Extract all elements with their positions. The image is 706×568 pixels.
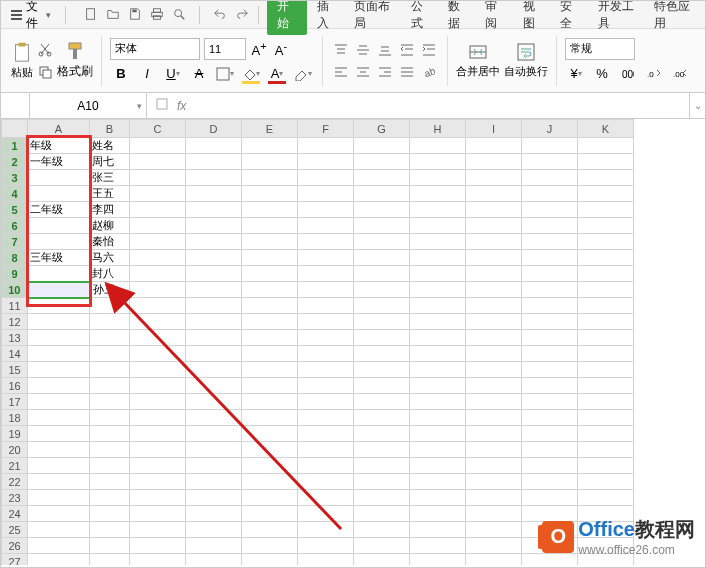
cell[interactable] — [466, 346, 522, 362]
cell[interactable]: 封八 — [90, 266, 130, 282]
cell[interactable] — [578, 458, 634, 474]
cell[interactable] — [130, 138, 186, 154]
underline-button[interactable]: U▾ — [162, 64, 184, 84]
row-header[interactable]: 17 — [2, 394, 28, 410]
fx-icon[interactable] — [155, 97, 169, 114]
cell[interactable] — [466, 250, 522, 266]
column-header[interactable]: E — [242, 120, 298, 138]
cell[interactable] — [90, 474, 130, 490]
font-size-select[interactable] — [204, 38, 246, 60]
name-box[interactable]: ▾ — [29, 93, 147, 118]
expand-formula-icon[interactable]: ⌄ — [689, 93, 705, 118]
cell[interactable] — [410, 250, 466, 266]
cell[interactable] — [354, 314, 410, 330]
cell[interactable] — [410, 362, 466, 378]
row-header[interactable]: 5 — [2, 202, 28, 218]
indent-dec-button[interactable] — [397, 41, 417, 59]
cell[interactable] — [466, 218, 522, 234]
cell[interactable] — [466, 554, 522, 566]
cell[interactable] — [186, 442, 242, 458]
cell[interactable] — [90, 490, 130, 506]
column-header[interactable]: G — [354, 120, 410, 138]
cell[interactable] — [522, 442, 578, 458]
row-header[interactable]: 10 — [2, 282, 28, 298]
cell[interactable] — [90, 346, 130, 362]
cell[interactable] — [28, 506, 90, 522]
row-header[interactable]: 9 — [2, 266, 28, 282]
row-header[interactable]: 23 — [2, 490, 28, 506]
name-box-input[interactable] — [38, 99, 138, 113]
cell[interactable] — [28, 394, 90, 410]
cell[interactable] — [242, 346, 298, 362]
row-header[interactable]: 8 — [2, 250, 28, 266]
cell[interactable] — [410, 282, 466, 298]
cell[interactable] — [242, 202, 298, 218]
cell[interactable] — [578, 394, 634, 410]
italic-button[interactable]: I — [136, 64, 158, 84]
cell[interactable] — [242, 426, 298, 442]
cell[interactable] — [242, 362, 298, 378]
cell[interactable] — [90, 298, 130, 314]
cell[interactable] — [298, 282, 354, 298]
cell[interactable] — [242, 250, 298, 266]
cell[interactable] — [466, 458, 522, 474]
cell[interactable] — [410, 314, 466, 330]
cell[interactable] — [186, 394, 242, 410]
cell[interactable] — [466, 170, 522, 186]
cell[interactable] — [298, 138, 354, 154]
cell[interactable] — [354, 522, 410, 538]
cell[interactable] — [130, 458, 186, 474]
cell[interactable] — [90, 538, 130, 554]
cell[interactable] — [410, 234, 466, 250]
cell[interactable] — [466, 314, 522, 330]
cell[interactable] — [186, 538, 242, 554]
cell[interactable] — [242, 218, 298, 234]
cell[interactable] — [130, 426, 186, 442]
cell[interactable] — [186, 362, 242, 378]
cell[interactable] — [186, 186, 242, 202]
formula-input[interactable] — [194, 98, 681, 113]
cell[interactable] — [522, 282, 578, 298]
cell[interactable] — [186, 458, 242, 474]
cell[interactable] — [522, 218, 578, 234]
cell[interactable] — [354, 378, 410, 394]
column-header[interactable]: B — [90, 120, 130, 138]
cell[interactable] — [298, 474, 354, 490]
row-header[interactable]: 6 — [2, 218, 28, 234]
cell[interactable] — [410, 186, 466, 202]
column-header[interactable]: H — [410, 120, 466, 138]
cell[interactable] — [354, 346, 410, 362]
cell[interactable] — [578, 282, 634, 298]
cell[interactable] — [298, 170, 354, 186]
cell[interactable] — [298, 218, 354, 234]
cell[interactable] — [410, 506, 466, 522]
cell[interactable] — [522, 186, 578, 202]
cell[interactable] — [242, 506, 298, 522]
row-header[interactable]: 20 — [2, 442, 28, 458]
cell[interactable] — [186, 522, 242, 538]
cell[interactable] — [410, 266, 466, 282]
cell[interactable] — [242, 282, 298, 298]
cell[interactable] — [578, 218, 634, 234]
cell[interactable] — [354, 170, 410, 186]
cell[interactable] — [410, 410, 466, 426]
cell[interactable] — [130, 170, 186, 186]
cell[interactable] — [466, 202, 522, 218]
paste-button[interactable]: 粘贴 — [11, 41, 33, 80]
column-header[interactable]: C — [130, 120, 186, 138]
align-middle-button[interactable] — [353, 41, 373, 59]
align-center-button[interactable] — [353, 63, 373, 81]
row-header[interactable]: 12 — [2, 314, 28, 330]
cell[interactable] — [410, 218, 466, 234]
row-header[interactable]: 16 — [2, 378, 28, 394]
cell[interactable] — [522, 250, 578, 266]
number-format-select[interactable] — [565, 38, 635, 60]
cell[interactable] — [354, 554, 410, 566]
cell[interactable] — [130, 474, 186, 490]
cell[interactable] — [298, 298, 354, 314]
cell[interactable] — [186, 330, 242, 346]
cell[interactable] — [130, 266, 186, 282]
cell[interactable] — [522, 202, 578, 218]
cell[interactable] — [242, 442, 298, 458]
align-top-button[interactable] — [331, 41, 351, 59]
